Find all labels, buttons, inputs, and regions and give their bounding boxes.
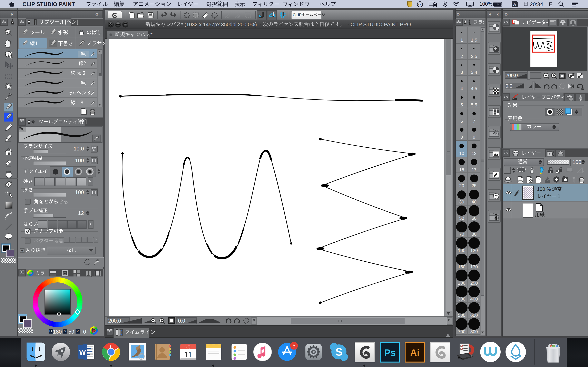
svg-text:W: W <box>79 349 86 356</box>
svg-text:cc: cc <box>418 3 422 6</box>
svg-text:6: 6 <box>185 345 187 349</box>
svg-text:S: S <box>335 346 342 358</box>
svg-text:Ps: Ps <box>384 347 396 358</box>
svg-text:Ai: Ai <box>410 347 420 358</box>
svg-text:11: 11 <box>184 350 192 359</box>
svg-text:5: 5 <box>292 343 295 349</box>
